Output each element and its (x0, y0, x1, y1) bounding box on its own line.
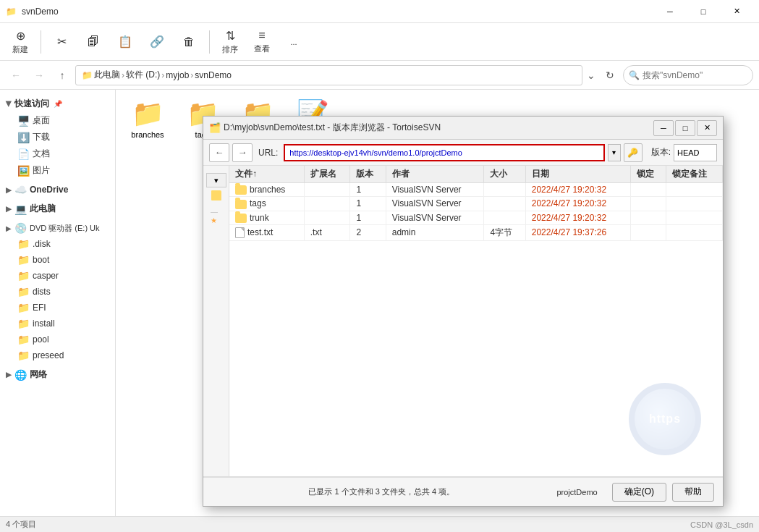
quick-access-label: 快速访问 (14, 98, 49, 110)
back-button[interactable]: ← (6, 65, 26, 85)
network-expand-icon: ▶ (6, 371, 12, 379)
folder-boot-icon: 📁 (17, 254, 30, 266)
dvd-icon: 💿 (14, 222, 27, 234)
table-row[interactable]: test.txt.txt2admin4字节2022/4/27 19:37:26 (229, 224, 723, 240)
row-lock (630, 211, 666, 224)
maximize-button[interactable]: □ (687, 0, 720, 23)
search-icon: 🔍 (629, 70, 640, 80)
search-input[interactable] (623, 65, 753, 85)
row-version: 1 (350, 197, 386, 211)
minimize-button[interactable]: ─ (653, 0, 687, 23)
sidebar-item-documents[interactable]: 📄 文档 (3, 145, 112, 162)
sidebar-item-preseed[interactable]: 📁 preseed (3, 347, 112, 363)
table-row[interactable]: trunk1VisualSVN Server2022/4/27 19:20:32 (229, 211, 723, 224)
row-date: 2022/4/27 19:20:32 (525, 197, 630, 211)
copy-button[interactable]: 🗐 (79, 26, 108, 58)
this-pc-header[interactable]: ▶ 💻 此电脑 (0, 200, 115, 217)
quick-access-header[interactable]: ▶ 快速访问 📌 (0, 96, 115, 112)
share-button[interactable]: 🔗 (143, 26, 171, 58)
sidebar-item-pool[interactable]: 📁 pool (3, 332, 112, 347)
row-author: admin (386, 224, 484, 240)
col-author[interactable]: 作者 (386, 166, 484, 183)
col-version[interactable]: 版本 (350, 166, 386, 183)
path-part-2: myjob (166, 70, 189, 80)
folder-casper-icon: 📁 (17, 270, 30, 282)
row-size (484, 211, 525, 224)
up-button[interactable]: ↑ (52, 65, 72, 85)
col-filename[interactable]: 文件↑ (229, 166, 304, 183)
row-filename: tags (229, 197, 304, 211)
pictures-icon: 🖼️ (17, 165, 30, 177)
table-row[interactable]: branches1VisualSVN Server2022/4/27 19:20… (229, 183, 723, 197)
row-version: 1 (350, 183, 386, 197)
dvd-header[interactable]: ▶ 💿 DVD 驱动器 (E:) Uk (0, 220, 115, 236)
svn-close-button[interactable]: ✕ (697, 120, 717, 136)
svn-back-button[interactable]: ← (209, 143, 229, 162)
sidebar-item-pictures[interactable]: 🖼️ 图片 (3, 162, 112, 179)
cut-icon: ✂ (57, 35, 67, 48)
col-size[interactable]: 大小 (484, 166, 525, 183)
refresh-button[interactable]: ↻ (600, 65, 620, 85)
svn-help-button[interactable]: 帮助 (672, 483, 714, 502)
row-size (484, 197, 525, 211)
svn-ok-button[interactable]: 确定(O) (612, 483, 666, 502)
address-input[interactable]: 📁 此电脑 › 软件 (D:) › myjob › svnDemo (75, 65, 582, 85)
paste-button[interactable]: 📋 (111, 26, 140, 58)
network-header[interactable]: ▶ 🌐 网络 (0, 366, 115, 383)
view-button[interactable]: ≡ 查看 (247, 26, 276, 58)
delete-button[interactable]: 🗑 (174, 26, 203, 58)
sidebar-item-downloads[interactable]: ⬇️ 下载 (3, 129, 112, 145)
paste-icon: 📋 (118, 35, 132, 48)
sort-button[interactable]: ⇅ 排序 (216, 26, 245, 58)
table-row[interactable]: tags1VisualSVN Server2022/4/27 19:20:32 (229, 197, 723, 211)
tree-star-icon: ★ (211, 216, 217, 224)
col-date[interactable]: 日期 (525, 166, 630, 183)
documents-label: 文档 (33, 148, 50, 160)
address-dropdown-button[interactable]: ⌄ (585, 65, 597, 85)
sidebar-item-disk[interactable]: 📁 .disk (3, 236, 112, 252)
more-button[interactable]: ... (279, 26, 308, 58)
sidebar-item-boot[interactable]: 📁 boot (3, 252, 112, 268)
desktop-label: 桌面 (33, 114, 50, 127)
svn-forward-button[interactable]: → (232, 143, 253, 162)
sort-label: 排序 (222, 44, 238, 55)
toolbar-separator-2 (209, 30, 210, 54)
svn-status-path: projctDemo (556, 488, 597, 497)
sidebar-item-efi[interactable]: 📁 EFI (3, 300, 112, 316)
svn-help-label: 帮助 (684, 486, 702, 498)
svn-url-dropdown[interactable]: ▾ (608, 144, 621, 161)
sidebar-item-dists[interactable]: 📁 dists (3, 284, 112, 300)
onedrive-header[interactable]: ▶ ☁️ OneDrive (0, 182, 115, 198)
svn-maximize-button[interactable]: □ (675, 120, 695, 136)
sidebar-item-desktop[interactable]: 🖥️ 桌面 (3, 112, 112, 129)
col-lock-note[interactable]: 锁定备注 (666, 166, 722, 183)
tree-line (211, 212, 218, 213)
dvd-expand-icon: ▶ (6, 224, 12, 232)
sidebar-item-casper[interactable]: 📁 casper (3, 268, 112, 284)
view-label: 查看 (254, 43, 270, 54)
svn-version-input[interactable] (674, 144, 717, 161)
svn-url-input[interactable] (284, 144, 604, 161)
svn-minimize-button[interactable]: ─ (653, 120, 674, 136)
row-lock-note (666, 197, 722, 211)
new-button[interactable]: ⊕ 新建 (6, 26, 35, 58)
folder-disk-icon: 📁 (17, 238, 30, 250)
svn-title-controls: ─ □ ✕ (653, 120, 717, 136)
close-button[interactable]: ✕ (720, 0, 753, 23)
tree-expand-button[interactable]: ▾ (206, 173, 226, 187)
row-author: VisualSVN Server (386, 197, 484, 211)
sidebar-item-install[interactable]: 📁 install (3, 316, 112, 332)
forward-button[interactable]: → (29, 65, 49, 85)
tree-folder-icon (211, 190, 221, 200)
cut-button[interactable]: ✂ (47, 26, 76, 58)
row-lock-note (666, 183, 722, 197)
folder-install-icon: 📁 (17, 318, 30, 329)
this-pc-expand-icon: ▶ (6, 205, 12, 213)
col-lock[interactable]: 锁定 (630, 166, 666, 183)
col-ext[interactable]: 扩展名 (304, 166, 350, 183)
new-icon: ⊕ (16, 29, 25, 43)
svn-toolbar: ← → URL: ▾ 🔑 版本: (203, 140, 723, 166)
svn-browse-button[interactable]: 🔑 (624, 143, 643, 162)
tree-row: ★ (206, 205, 226, 225)
file-item-branches[interactable]: 📁 branches (122, 96, 174, 142)
